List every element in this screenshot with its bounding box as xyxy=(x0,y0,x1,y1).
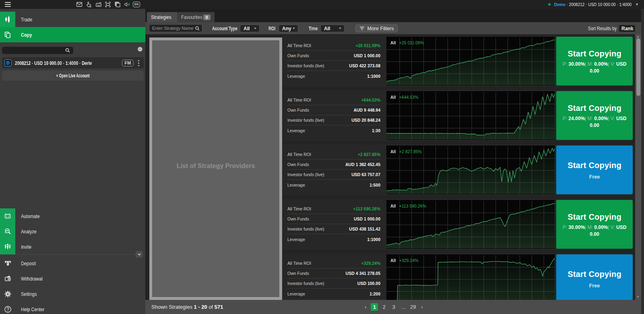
svg-text:All: All xyxy=(390,204,396,208)
svg-text:+644.53%: +644.53% xyxy=(399,95,418,99)
svg-text:+2 827.85%: +2 827.85% xyxy=(399,149,422,154)
svg-text:+113 590.26%: +113 590.26% xyxy=(399,204,426,208)
svg-text:+25 011.09%: +25 011.09% xyxy=(399,40,424,45)
svg-text:All: All xyxy=(390,258,396,262)
svg-text:All: All xyxy=(390,40,396,45)
svg-text:+329.24%: +329.24% xyxy=(399,258,418,262)
svg-text:All: All xyxy=(390,95,396,99)
svg-text:All: All xyxy=(390,149,396,154)
